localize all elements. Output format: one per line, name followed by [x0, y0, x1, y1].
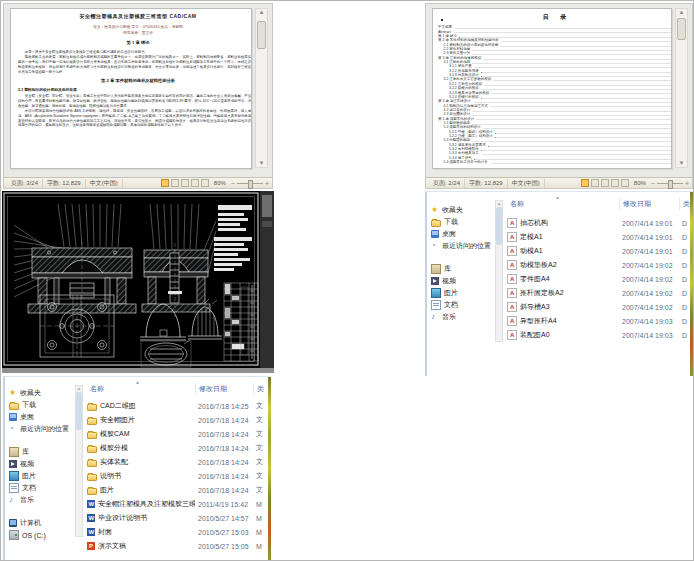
view-outline-button[interactable] [611, 179, 619, 187]
scrollbar-thumb[interactable] [257, 21, 266, 49]
view-print-layout-button[interactable] [581, 179, 589, 187]
toc-entry[interactable]: Abstract 2 [438, 29, 672, 33]
file-row[interactable]: 图片 2016/7/18 14:24 文 [87, 483, 267, 497]
sidebar-scrollbar[interactable]: ▲ [495, 200, 503, 342]
view-draft-button[interactable] [201, 179, 209, 187]
toc-entry[interactable]: 5.3.3 有利模具加工 9 [438, 151, 672, 155]
file-row[interactable]: 零件图A4 2007/4/14 19:02 D [507, 272, 691, 286]
toc-dot-leader [500, 41, 672, 42]
word-count[interactable]: 字数: 12,829 [43, 179, 86, 188]
sidebar-item[interactable]: 视频 [431, 275, 493, 287]
zoom-slider-knob[interactable] [668, 180, 673, 189]
sidebar-item[interactable]: 桌面 [431, 228, 493, 240]
toc-entry[interactable]: 4.2 浇口套的设计 8 [438, 108, 672, 112]
toc-entry[interactable]: 4.1 预制品特点选择浇注方式 7 [438, 103, 672, 107]
view-fullscreen-button[interactable] [171, 179, 179, 187]
file-row[interactable]: 推杆固定板A2 2007/4/14 19:02 D [507, 286, 691, 300]
toc-entry[interactable]: 3.2.4 开模行程校核 7 [438, 95, 672, 99]
toc-entry[interactable]: 中文摘要 1 [438, 25, 672, 29]
file-row[interactable]: 毕业设计说明书 2010/5/27 14:57 M [87, 511, 267, 525]
column-header-name[interactable]: 名称 [507, 198, 619, 210]
sidebar-item[interactable]: 图片 [431, 287, 493, 299]
sidebar-item[interactable]: 音乐 [9, 494, 71, 506]
zoom-level[interactable]: 80% [631, 180, 649, 186]
file-row[interactable]: 动模A1 2007/4/14 19:01 D [507, 244, 691, 258]
scrollbar-thumb[interactable] [496, 207, 502, 245]
zoom-slider-knob[interactable] [248, 180, 253, 189]
sidebar-item[interactable]: 库 [431, 263, 493, 275]
column-header-date[interactable]: 修改日期 [619, 198, 679, 210]
sidebar-item[interactable]: OS (C:) [9, 529, 71, 541]
file-row[interactable]: 定模A1 2007/4/14 19:01 D [507, 230, 691, 244]
toc-entry[interactable]: 2.1 塑料制品的设计原则及选材依据 4 [438, 42, 672, 46]
view-print-layout-button[interactable] [161, 179, 169, 187]
scroll-down-icon[interactable]: ▼ [676, 160, 687, 167]
file-row[interactable]: 动模垫板A2 2007/4/14 19:02 D [507, 258, 691, 272]
view-draft-button[interactable] [621, 179, 629, 187]
vertical-scrollbar[interactable]: ▲ ▼ [255, 8, 268, 168]
toc-dot-leader [480, 98, 672, 99]
scroll-up-icon[interactable]: ▲ [676, 9, 687, 16]
vertical-scrollbar[interactable]: ▲ ▼ [675, 8, 688, 168]
file-row[interactable]: 说明书 2016/7/18 14:24 文 [87, 469, 267, 483]
language-indicator[interactable]: 中文(中国) [508, 179, 545, 188]
sidebar-item[interactable]: 库 [9, 446, 71, 458]
zoom-slider[interactable] [237, 180, 263, 187]
sidebar-item[interactable]: 文档 [431, 299, 493, 311]
toc-entry[interactable]: 第 3 章 注射机的选择和校核 5 [438, 55, 672, 59]
view-fullscreen-button[interactable] [591, 179, 599, 187]
word-count[interactable]: 字数: 12,829 [465, 179, 508, 188]
sidebar-item[interactable]: 下载 [431, 216, 493, 228]
file-row[interactable]: 异型推杆A4 2007/4/14 19:03 D [507, 314, 691, 328]
toc-entry[interactable]: 第 5 章 成型零件的设计 8 [438, 116, 672, 120]
file-row[interactable]: 模胶分模 2016/7/18 14:24 文 [87, 441, 267, 455]
sidebar-item[interactable]: 最近访问的位置 [431, 240, 493, 252]
zoom-in-button[interactable]: + [685, 180, 689, 187]
zoom-out-button[interactable]: − [651, 180, 655, 187]
sidebar-item[interactable]: 收藏夹 [9, 387, 71, 399]
language-indicator[interactable]: 中文(中国) [86, 179, 123, 188]
sidebar-item[interactable]: 图片 [9, 470, 71, 482]
scrollbar-thumb[interactable] [677, 18, 686, 40]
page-indicator[interactable]: 页面: 2/24 [429, 179, 465, 188]
toc-entry[interactable]: 3.1 注射机的选用 5 [438, 60, 672, 64]
file-row[interactable]: 抽芯机构 2007/4/14 19:01 D [507, 216, 691, 230]
sidebar-item[interactable]: 文档 [9, 482, 71, 494]
zoom-in-button[interactable]: + [265, 180, 269, 187]
view-web-layout-button[interactable] [601, 179, 609, 187]
column-header-name[interactable]: 名称 [87, 383, 195, 395]
view-outline-button[interactable] [191, 179, 199, 187]
sidebar-item[interactable]: 视频 [9, 458, 71, 470]
toc-entry[interactable]: 5.4 成型零件工作尺寸的计算 10 [438, 160, 672, 164]
view-web-layout-button[interactable] [181, 179, 189, 187]
file-row[interactable]: CAD二维图 2016/7/18 14:25 文 [87, 399, 267, 413]
file-row[interactable]: 模胶CAM 2016/7/18 14:24 文 [87, 427, 267, 441]
column-header-date[interactable]: 修改日期 [195, 383, 253, 395]
file-row[interactable]: 实体装配 2016/7/18 14:24 文 [87, 455, 267, 469]
sidebar-item[interactable]: 音乐 [431, 311, 493, 323]
sidebar-item[interactable]: 计算机 [9, 517, 71, 529]
scroll-up-icon[interactable]: ▲ [496, 201, 502, 206]
page-indicator[interactable]: 页面: 3/24 [7, 179, 43, 188]
toc-entry[interactable]: 2.2 塑件材料选择 4 [438, 47, 672, 51]
scroll-up-icon[interactable]: ▲ [76, 386, 82, 391]
zoom-out-button[interactable]: − [231, 180, 235, 187]
sidebar-item[interactable]: 收藏夹 [431, 204, 493, 216]
file-row[interactable]: 装配图A0 2007/4/14 19:03 D [507, 328, 691, 342]
file-row[interactable]: 斜导槽A3 2007/4/14 19:02 D [507, 300, 691, 314]
file-row[interactable]: 安全帽注塑模具及注塑模胶三维造型 2011/4/19 15:42 M [87, 497, 267, 511]
file-row[interactable]: 演示文稿 2010/5/27 15:05 M [87, 539, 267, 553]
zoom-level[interactable]: 80% [211, 180, 229, 186]
file-row[interactable]: 封面 2010/5/27 15:03 M [87, 525, 267, 539]
sidebar-item[interactable]: 最近访问的位置 [9, 423, 71, 435]
file-row[interactable]: 安全帽图片 2016/7/18 14:24 文 [87, 413, 267, 427]
toc-entry[interactable]: 5.2.2 凸模（型芯）结构设计 9 [438, 134, 672, 138]
column-header-type[interactable]: 类 [253, 383, 267, 395]
zoom-slider[interactable] [657, 180, 683, 187]
scroll-down-icon[interactable]: ▼ [256, 160, 267, 167]
sidebar-scrollbar[interactable]: ▲ [75, 385, 83, 537]
scroll-up-icon[interactable]: ▲ [256, 9, 267, 16]
sidebar-item[interactable]: 下载 [9, 399, 71, 411]
scrollbar-thumb[interactable] [76, 392, 82, 430]
sidebar-item[interactable]: 桌面 [9, 411, 71, 423]
